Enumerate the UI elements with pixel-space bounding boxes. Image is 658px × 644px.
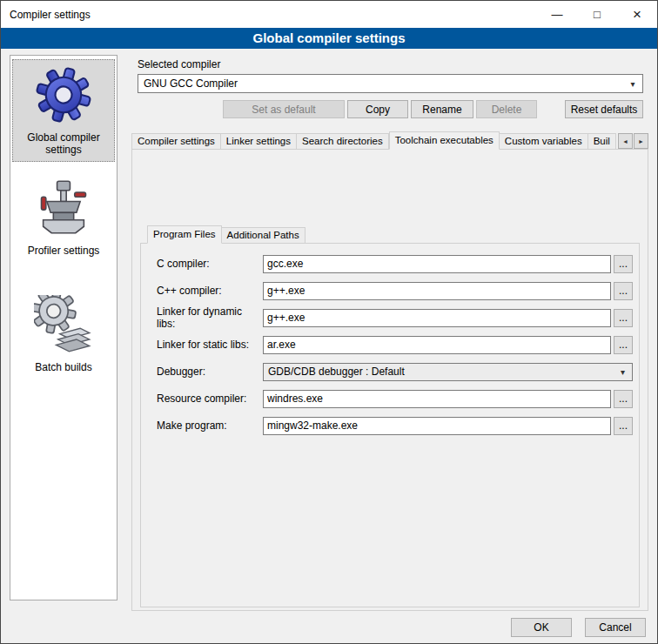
settings-sidebar: Global compiler settings Profiler settin… — [10, 55, 118, 600]
sidebar-item-label: Batch builds — [35, 361, 91, 373]
form-row: Linker for dynamic libs: ... — [157, 308, 633, 327]
subtab-additional-paths[interactable]: Additional Paths — [222, 227, 306, 244]
c-compiler-label: C compiler: — [157, 258, 263, 270]
c-compiler-input[interactable] — [263, 255, 611, 273]
browse-button[interactable]: ... — [614, 390, 633, 408]
linker-static-label: Linker for static libs: — [157, 339, 263, 351]
copy-button[interactable]: Copy — [347, 100, 408, 118]
settings-tabstrip: Compiler settings Linker settings Search… — [131, 131, 648, 150]
linker-static-input[interactable] — [263, 336, 611, 354]
subtab-program-files[interactable]: Program Files — [147, 225, 222, 244]
close-icon: × — [633, 6, 641, 23]
browse-button[interactable]: ... — [614, 255, 633, 273]
linker-dynamic-label: Linker for dynamic libs: — [157, 305, 263, 330]
window-controls: — □ × — [537, 1, 657, 28]
sidebar-item-batch-builds[interactable]: Batch builds — [12, 289, 115, 379]
cancel-button[interactable]: Cancel — [585, 618, 646, 637]
reset-defaults-button[interactable]: Reset defaults — [565, 100, 643, 118]
form-row: C++ compiler: ... — [157, 281, 633, 300]
titlebar: Compiler settings — □ × — [1, 1, 657, 28]
compiler-actions: Set as default Copy Rename Delete Reset … — [138, 100, 643, 118]
sidebar-item-global-compiler-settings[interactable]: Global compiler settings — [12, 59, 115, 162]
debugger-select[interactable]: GDB/CDB debugger : Default ▾ — [263, 363, 633, 381]
tab-search-directories[interactable]: Search directories — [297, 133, 389, 150]
browse-button[interactable]: ... — [614, 417, 633, 435]
form-row: Debugger: GDB/CDB debugger : Default ▾ — [157, 362, 633, 381]
arrow-left-icon: ◄ — [622, 138, 628, 144]
close-button[interactable]: × — [617, 1, 657, 28]
tab-scroll-controls: ◄ ► — [617, 133, 648, 149]
browse-button[interactable]: ... — [614, 336, 633, 354]
tab-scroll-left-button[interactable]: ◄ — [618, 133, 633, 149]
cpp-compiler-label: C++ compiler: — [157, 285, 263, 297]
program-files-panel: C compiler: ... C++ compiler: ... Linker… — [140, 243, 640, 607]
debugger-select-value: GDB/CDB debugger : Default — [268, 366, 405, 378]
form-row: C compiler: ... — [157, 254, 633, 273]
form-row: Resource compiler: ... — [157, 389, 633, 408]
make-program-label: Make program: — [157, 419, 263, 432]
set-as-default-button[interactable]: Set as default — [223, 100, 345, 118]
gear-blue-icon — [34, 65, 93, 124]
compiler-select[interactable]: GNU GCC Compiler ▾ — [138, 74, 643, 93]
maximize-button[interactable]: □ — [577, 1, 617, 28]
browse-button[interactable]: ... — [614, 309, 633, 327]
resource-compiler-input[interactable] — [263, 390, 611, 408]
gear-gray-icon — [34, 295, 93, 354]
form-row: Linker for static libs: ... — [157, 335, 633, 354]
chevron-down-icon: ▾ — [624, 76, 641, 91]
tab-toolchain-executables[interactable]: Toolchain executables — [389, 131, 500, 150]
page-title: Global compiler settings — [1, 28, 657, 49]
make-program-input[interactable] — [263, 417, 611, 435]
sidebar-item-label: Global compiler settings — [27, 131, 99, 156]
compiler-select-value: GNU GCC Compiler — [144, 77, 238, 90]
arrow-right-icon: ► — [638, 138, 644, 144]
tab-compiler-settings[interactable]: Compiler settings — [131, 133, 221, 150]
browse-button[interactable]: ... — [614, 282, 633, 300]
cpp-compiler-input[interactable] — [263, 282, 611, 300]
sidebar-item-profiler-settings[interactable]: Profiler settings — [12, 172, 115, 263]
minimize-button[interactable]: — — [537, 1, 577, 28]
linker-dynamic-input[interactable] — [263, 309, 611, 327]
profiler-icon — [34, 178, 93, 238]
compiler-settings-window: Compiler settings — □ × Global compiler … — [0, 0, 658, 644]
tabs: Compiler settings Linker settings Search… — [131, 131, 619, 150]
maximize-icon: □ — [594, 8, 601, 21]
resource-compiler-label: Resource compiler: — [157, 392, 263, 405]
window-title: Compiler settings — [1, 9, 91, 21]
debugger-label: Debugger: — [157, 366, 263, 378]
sidebar-item-label: Profiler settings — [28, 245, 100, 257]
minimize-icon: — — [552, 8, 563, 21]
chevron-down-icon: ▾ — [614, 365, 631, 379]
program-subtabstrip: Program Files Additional Paths — [147, 225, 306, 244]
tab-custom-variables[interactable]: Custom variables — [500, 133, 588, 150]
tab-linker-settings[interactable]: Linker settings — [221, 133, 297, 150]
rename-button[interactable]: Rename — [411, 100, 473, 118]
ok-button[interactable]: OK — [511, 618, 572, 637]
form-row: Make program: ... — [157, 416, 633, 435]
delete-button[interactable]: Delete — [476, 100, 537, 118]
tab-build-options[interactable]: Buil — [588, 133, 616, 150]
tab-scroll-right-button[interactable]: ► — [634, 133, 648, 149]
selected-compiler-label: Selected compiler — [138, 58, 220, 70]
